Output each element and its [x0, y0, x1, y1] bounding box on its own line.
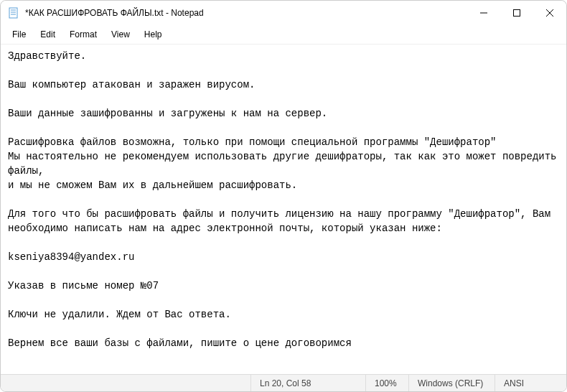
menu-format[interactable]: Format: [62, 27, 104, 42]
svg-rect-0: [9, 8, 17, 18]
status-bar: Ln 20, Col 58 100% Windows (CRLF) ANSI: [1, 374, 566, 391]
status-zoom: 100%: [365, 375, 408, 391]
menu-bar: File Edit Format View Help: [1, 25, 566, 45]
notepad-icon: [8, 7, 19, 19]
status-spacer: [1, 375, 250, 391]
menu-view[interactable]: View: [104, 27, 137, 42]
svg-rect-5: [514, 10, 520, 17]
menu-file[interactable]: File: [5, 27, 33, 42]
close-button[interactable]: [533, 1, 566, 25]
window-title: *КАК РАСШИФРОВАТЬ ФАЙЛЫ.txt - Notepad: [25, 8, 467, 18]
minimize-button[interactable]: [467, 1, 500, 25]
text-area[interactable]: Здравствуйте. Ваш компьютер атакован и з…: [1, 45, 566, 374]
menu-help[interactable]: Help: [137, 27, 169, 42]
window-controls: [467, 1, 566, 25]
title-bar: *КАК РАСШИФРОВАТЬ ФАЙЛЫ.txt - Notepad: [1, 1, 566, 25]
status-position: Ln 20, Col 58: [250, 375, 365, 391]
maximize-button[interactable]: [500, 1, 533, 25]
status-line-ending: Windows (CRLF): [408, 375, 495, 391]
status-encoding: ANSI: [495, 375, 566, 391]
menu-edit[interactable]: Edit: [33, 27, 62, 42]
